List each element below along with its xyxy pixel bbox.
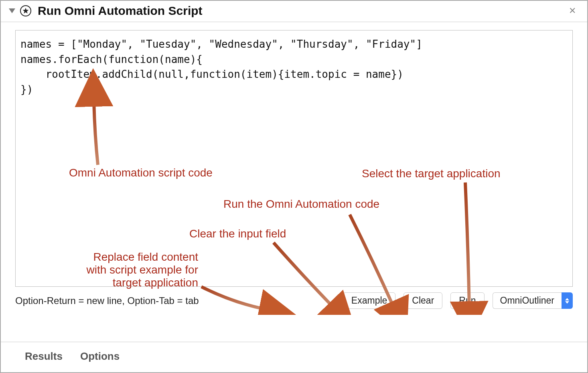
- tab-results[interactable]: Results: [25, 350, 63, 363]
- content-area: names = ["Monday", "Tuesday", "Wednesday…: [1, 22, 587, 309]
- run-button[interactable]: Run: [450, 292, 484, 309]
- keyboard-hint: Option-Return = new line, Option-Tab = t…: [15, 295, 335, 306]
- target-app-select[interactable]: OmniOutliner: [493, 292, 573, 309]
- script-window: Run Omni Automation Script ✕ names = ["M…: [0, 0, 588, 373]
- example-button[interactable]: Example: [343, 292, 395, 309]
- target-app-select-value: OmniOutliner: [493, 292, 562, 309]
- select-arrows-icon: [562, 292, 573, 309]
- svg-marker-0: [23, 8, 29, 14]
- clear-button[interactable]: Clear: [403, 292, 442, 309]
- footer-tabs: Results Options: [1, 342, 587, 372]
- star-circle-icon: [20, 5, 31, 16]
- tab-options[interactable]: Options: [80, 350, 120, 363]
- disclosure-triangle-icon[interactable]: [9, 8, 15, 13]
- toolbar-row: Option-Return = new line, Option-Tab = t…: [15, 287, 573, 309]
- window-title: Run Omni Automation Script: [38, 4, 566, 18]
- titlebar: Run Omni Automation Script ✕: [1, 1, 587, 22]
- script-editor[interactable]: names = ["Monday", "Tuesday", "Wednesday…: [15, 30, 573, 287]
- close-icon[interactable]: ✕: [566, 6, 579, 16]
